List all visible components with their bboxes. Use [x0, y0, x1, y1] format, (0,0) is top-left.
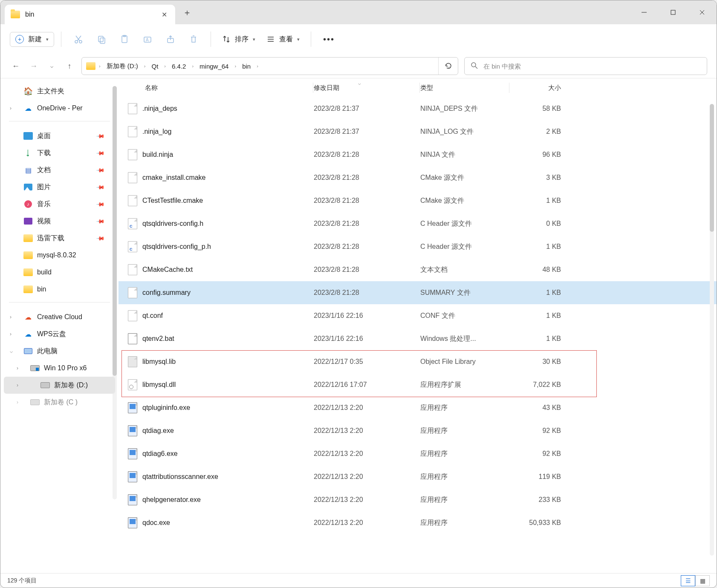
copy-button[interactable] — [91, 30, 112, 48]
sidebar-item-creative-cloud[interactable]: › ☁ Creative Cloud — [0, 308, 119, 326]
paste-button[interactable] — [114, 30, 135, 48]
expand-icon[interactable]: › — [17, 365, 18, 371]
file-size: 50,933 KB — [510, 519, 561, 527]
sidebar-item-xunlei[interactable]: 迅雷下载 📌 — [0, 230, 119, 247]
back-button[interactable]: ← — [10, 60, 22, 72]
sidebar-item-drive-c[interactable]: › Win 10 Pro x6 — [0, 360, 119, 377]
file-type: 应用程序 — [420, 519, 510, 527]
sidebar-item-drive-extra[interactable]: › 新加卷 (C ) — [0, 394, 119, 411]
sidebar-item-pictures[interactable]: 图片 📌 — [0, 179, 119, 196]
file-row[interactable]: qtsqldrivers-config_p.h2023/2/8 21:28C H… — [119, 235, 717, 258]
file-row[interactable]: build.ninja2023/2/8 21:28NINJA 文件96 KB — [119, 143, 717, 166]
rename-button[interactable]: A — [137, 30, 158, 48]
file-row[interactable]: libmysql.dll2022/12/16 17:07应用程序扩展7,022 … — [119, 373, 717, 396]
file-row[interactable]: qtattributionsscanner.exe2022/12/13 2:20… — [119, 465, 717, 488]
column-header-type[interactable]: 类型 — [420, 84, 510, 92]
file-row[interactable]: qtsqldrivers-config.h2023/2/8 21:28C Hea… — [119, 212, 717, 235]
file-row[interactable]: .ninja_deps2023/2/8 21:37NINJA_DEPS 文件58… — [119, 97, 717, 120]
sidebar-item-bin[interactable]: bin — [0, 281, 119, 298]
expand-icon[interactable]: › — [17, 382, 18, 388]
file-row[interactable]: CTestTestfile.cmake2023/2/8 21:28CMake 源… — [119, 189, 717, 212]
tab-active[interactable]: bin ✕ — [5, 5, 175, 24]
column-separator[interactable] — [509, 83, 509, 93]
view-button[interactable]: 查看 ▾ — [262, 32, 304, 46]
expand-icon[interactable]: › — [10, 105, 12, 111]
file-row[interactable]: qtdiag.exe2022/12/13 2:20应用程序92 KB — [119, 419, 717, 442]
scrollbar-thumb[interactable] — [710, 104, 714, 232]
file-row[interactable]: libmysql.lib2022/12/17 0:35Object File L… — [119, 350, 717, 373]
file-row[interactable]: .ninja_log2023/2/8 21:37NINJA_LOG 文件2 KB — [119, 120, 717, 143]
search-input[interactable] — [483, 63, 701, 70]
sidebar-item-desktop[interactable]: 桌面 📌 — [0, 127, 119, 144]
sidebar-item-label: 主文件夹 — [37, 87, 64, 96]
file-icon — [128, 241, 137, 252]
chevron-right-icon[interactable]: › — [162, 63, 168, 69]
column-separator[interactable] — [313, 83, 313, 93]
sidebar-item-mysql[interactable]: mysql-8.0.32 — [0, 247, 119, 264]
search-container[interactable] — [464, 57, 707, 75]
file-row[interactable]: qhelpgenerator.exe2022/12/13 2:20应用程序233… — [119, 488, 717, 511]
more-button[interactable]: ••• — [318, 32, 340, 47]
breadcrumb-item[interactable]: Qt — [149, 61, 161, 72]
chevron-right-icon[interactable]: › — [254, 63, 261, 69]
file-row[interactable]: qtenv2.bat2023/1/16 22:16Windows 批处理...1… — [119, 327, 717, 350]
up-button[interactable]: ↑ — [64, 60, 75, 72]
expand-icon[interactable]: › — [17, 399, 18, 405]
sidebar-item-music[interactable]: ♪ 音乐 📌 — [0, 196, 119, 213]
sidebar-item-onedrive[interactable]: › ☁ OneDrive - Per — [0, 100, 119, 117]
close-button[interactable] — [688, 0, 717, 24]
file-row[interactable]: qtplugininfo.exe2022/12/13 2:20应用程序43 KB — [119, 396, 717, 419]
file-row[interactable]: qtdiag6.exe2022/12/13 2:20应用程序92 KB — [119, 442, 717, 465]
file-type: NINJA_LOG 文件 — [420, 127, 510, 136]
breadcrumb-item[interactable]: mingw_64 — [197, 61, 231, 72]
maximize-button[interactable] — [659, 0, 688, 24]
breadcrumb[interactable]: › 新加卷 (D:) › Qt › 6.4.2 › mingw_64 › bin… — [81, 57, 458, 75]
collapse-icon[interactable]: ⌵ — [10, 348, 13, 354]
chevron-right-icon[interactable]: › — [142, 63, 148, 69]
sidebar-item-label: 桌面 — [37, 132, 51, 141]
cut-button[interactable] — [68, 30, 89, 48]
sidebar-item-wps[interactable]: › ☁ WPS云盘 — [0, 326, 119, 343]
file-name-cell: build.ninja — [128, 149, 314, 160]
expand-icon[interactable]: › — [10, 331, 12, 337]
refresh-button[interactable] — [438, 58, 458, 75]
chevron-right-icon[interactable]: › — [96, 63, 103, 69]
column-header-size[interactable]: 大小 — [510, 84, 561, 92]
file-row[interactable]: config.summary2023/2/8 21:28SUMMARY 文件1 … — [119, 281, 717, 304]
sidebar-item-documents[interactable]: ▤ 文档 📌 — [0, 161, 119, 179]
details-view-button[interactable]: ☰ — [681, 575, 695, 586]
new-tab-button[interactable]: ＋ — [179, 4, 196, 21]
sidebar-item-drive-d[interactable]: › 新加卷 (D:) — [4, 377, 115, 394]
new-button[interactable]: + 新建 ▾ — [10, 32, 54, 47]
column-header-date[interactable]: 修改日期 ⌵ — [314, 84, 420, 92]
column-separator[interactable] — [419, 83, 420, 93]
file-row[interactable]: qt.conf2023/1/16 22:16CONF 文件1 KB — [119, 304, 717, 327]
close-tab-icon[interactable]: ✕ — [159, 11, 169, 19]
share-button[interactable] — [160, 30, 181, 48]
delete-button[interactable] — [183, 30, 204, 48]
chevron-right-icon[interactable]: › — [189, 63, 196, 69]
tiles-view-button[interactable]: ▦ — [695, 575, 710, 586]
file-icon — [128, 333, 137, 344]
file-icon — [128, 310, 137, 321]
sidebar-item-home[interactable]: 🏠 主文件夹 — [0, 83, 119, 100]
breadcrumb-item[interactable]: bin — [240, 61, 253, 72]
minimize-button[interactable] — [630, 0, 659, 24]
file-size: 1 KB — [510, 289, 561, 297]
column-header-name[interactable]: 名称 — [128, 84, 314, 92]
file-row[interactable]: qdoc.exe2022/12/13 2:20应用程序50,933 KB — [119, 511, 717, 534]
file-name: cmake_install.cmake — [142, 174, 206, 182]
breadcrumb-item[interactable]: 6.4.2 — [169, 61, 188, 72]
sidebar-item-videos[interactable]: 视频 📌 — [0, 213, 119, 230]
chevron-right-icon[interactable]: › — [232, 63, 239, 69]
main-scrollbar[interactable] — [710, 104, 714, 556]
sidebar-item-downloads[interactable]: ⭣ 下载 📌 — [0, 144, 119, 161]
expand-icon[interactable]: › — [10, 314, 12, 320]
sort-button[interactable]: 排序 ▾ — [218, 32, 260, 46]
recent-dropdown[interactable]: ⌵ — [46, 60, 58, 72]
file-row[interactable]: cmake_install.cmake2023/2/8 21:28CMake 源… — [119, 166, 717, 189]
sidebar-item-build[interactable]: build — [0, 264, 119, 281]
sidebar-item-thispc[interactable]: ⌵ 此电脑 — [0, 343, 119, 360]
file-row[interactable]: CMakeCache.txt2023/2/8 21:28文本文档48 KB — [119, 258, 717, 281]
breadcrumb-item[interactable]: 新加卷 (D:) — [104, 61, 141, 72]
